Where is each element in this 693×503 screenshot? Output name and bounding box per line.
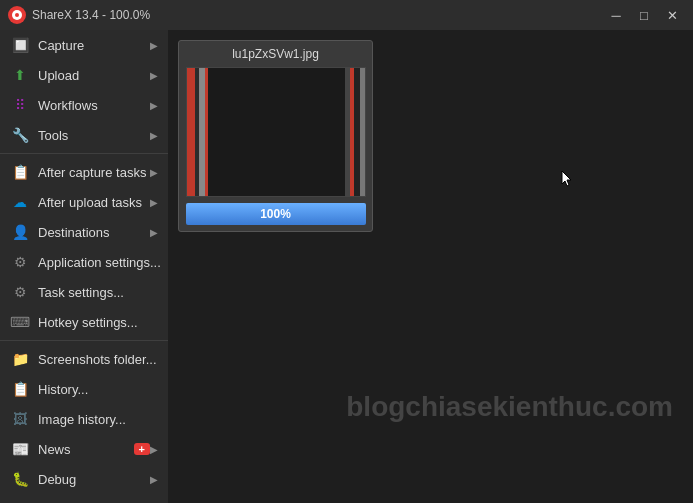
progress-bar-container: 100%: [186, 203, 366, 225]
sidebar-item-tools[interactable]: 🔧Tools▶: [0, 120, 168, 150]
close-button[interactable]: ✕: [659, 4, 685, 26]
submenu-arrow-capture: ▶: [150, 40, 158, 51]
sidebar-item-label-tools: Tools: [38, 128, 150, 143]
watermark-text: blogchiasekienthuc.com: [346, 391, 673, 423]
sidebar-item-capture[interactable]: 🔲Capture▶: [0, 30, 168, 60]
progress-label: 100%: [260, 207, 291, 221]
sidebar-item-label-history: History...: [38, 382, 158, 397]
upload-preview-image: [186, 67, 366, 197]
sidebar-item-history[interactable]: 📋History...: [0, 374, 168, 404]
submenu-arrow-after-upload: ▶: [150, 197, 158, 208]
sidebar-item-label-after-capture: After capture tasks: [38, 165, 150, 180]
sidebar-item-after-upload[interactable]: ☁After upload tasks▶: [0, 187, 168, 217]
window-title: ShareX 13.4 - 100.0%: [32, 8, 603, 22]
submenu-arrow-tools: ▶: [150, 130, 158, 141]
destinations-icon: 👤: [10, 222, 30, 242]
sidebar-item-destinations[interactable]: 👤Destinations▶: [0, 217, 168, 247]
screenshots-folder-icon: 📁: [10, 349, 30, 369]
donate-icon: ❤: [10, 499, 30, 503]
sidebar-item-label-workflows: Workflows: [38, 98, 150, 113]
upload-filename: lu1pZxSVw1.jpg: [185, 47, 366, 61]
maximize-button[interactable]: □: [631, 4, 657, 26]
sidebar-item-label-debug: Debug: [38, 472, 150, 487]
app-logo: [8, 6, 26, 24]
title-bar: ShareX 13.4 - 100.0% ─ □ ✕: [0, 0, 693, 30]
sidebar-item-news[interactable]: 📰News+▶: [0, 434, 168, 464]
tools-icon: 🔧: [10, 125, 30, 145]
debug-icon: 🐛: [10, 469, 30, 489]
sidebar-item-after-capture[interactable]: 📋After capture tasks▶: [0, 157, 168, 187]
content-area: lu1pZxSVw1.jpg: [168, 30, 693, 503]
cursor-indicator: [561, 170, 573, 188]
sidebar-item-label-app-settings: Application settings...: [38, 255, 161, 270]
sidebar-item-task-settings[interactable]: ⚙Task settings...: [0, 277, 168, 307]
after-capture-icon: 📋: [10, 162, 30, 182]
sidebar-item-label-capture: Capture: [38, 38, 150, 53]
sidebar-item-app-settings[interactable]: ⚙Application settings...: [0, 247, 168, 277]
sidebar-item-label-news: News: [38, 442, 128, 457]
after-upload-icon: ☁: [10, 192, 30, 212]
sidebar-item-label-after-upload: After upload tasks: [38, 195, 150, 210]
sidebar-item-upload[interactable]: ⬆Upload▶: [0, 60, 168, 90]
upload-card: lu1pZxSVw1.jpg: [178, 40, 373, 232]
capture-icon: 🔲: [10, 35, 30, 55]
sidebar-item-label-screenshots-folder: Screenshots folder...: [38, 352, 158, 367]
sidebar: 🔲Capture▶⬆Upload▶⠿Workflows▶🔧Tools▶📋Afte…: [0, 30, 168, 503]
sidebar-item-donate[interactable]: ❤Donate...: [0, 494, 168, 503]
submenu-arrow-destinations: ▶: [150, 227, 158, 238]
sidebar-item-hotkey-settings[interactable]: ⌨Hotkey settings...: [0, 307, 168, 337]
image-history-icon: 🖼: [10, 409, 30, 429]
sidebar-item-label-task-settings: Task settings...: [38, 285, 158, 300]
svg-point-2: [15, 13, 19, 17]
submenu-arrow-workflows: ▶: [150, 100, 158, 111]
news-icon: 📰: [10, 439, 30, 459]
task-settings-icon: ⚙: [10, 282, 30, 302]
submenu-arrow-news: ▶: [150, 444, 158, 455]
sidebar-item-screenshots-folder[interactable]: 📁Screenshots folder...: [0, 344, 168, 374]
app-settings-icon: ⚙: [10, 252, 30, 272]
sidebar-item-label-hotkey-settings: Hotkey settings...: [38, 315, 158, 330]
workflows-icon: ⠿: [10, 95, 30, 115]
main-area: 🔲Capture▶⬆Upload▶⠿Workflows▶🔧Tools▶📋Afte…: [0, 30, 693, 503]
sidebar-item-debug[interactable]: 🐛Debug▶: [0, 464, 168, 494]
news-badge: +: [134, 443, 150, 455]
sidebar-item-label-image-history: Image history...: [38, 412, 158, 427]
hotkey-settings-icon: ⌨: [10, 312, 30, 332]
progress-bar-fill: 100%: [186, 203, 366, 225]
sidebar-item-label-upload: Upload: [38, 68, 150, 83]
sidebar-item-workflows[interactable]: ⠿Workflows▶: [0, 90, 168, 120]
history-icon: 📋: [10, 379, 30, 399]
minimize-button[interactable]: ─: [603, 4, 629, 26]
submenu-arrow-after-capture: ▶: [150, 167, 158, 178]
sidebar-item-image-history[interactable]: 🖼Image history...: [0, 404, 168, 434]
submenu-arrow-upload: ▶: [150, 70, 158, 81]
window-controls: ─ □ ✕: [603, 4, 685, 26]
menu-divider-4: [0, 153, 168, 154]
sidebar-item-label-destinations: Destinations: [38, 225, 150, 240]
menu-divider-11: [0, 340, 168, 341]
submenu-arrow-debug: ▶: [150, 474, 158, 485]
upload-icon: ⬆: [10, 65, 30, 85]
